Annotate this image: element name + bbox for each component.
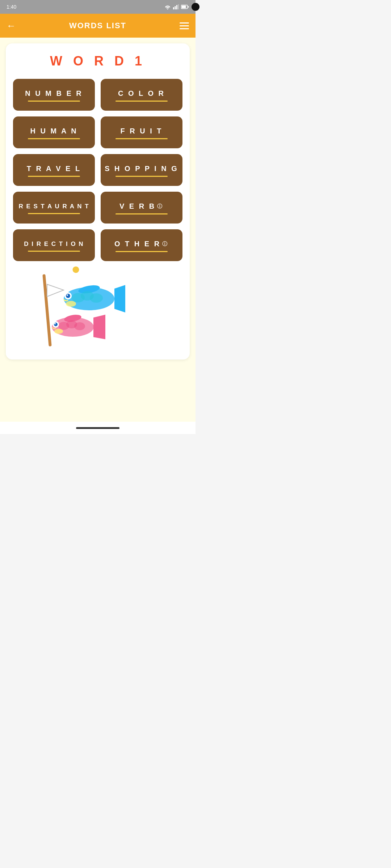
direction-label: D I R E C T I O N — [24, 241, 84, 248]
pink-fish-koinobori — [49, 315, 105, 340]
nav-indicator[interactable] — [76, 427, 119, 429]
status-time: 1:40 — [7, 4, 16, 10]
koinobori-illustration — [13, 274, 182, 346]
svg-point-15 — [66, 294, 70, 298]
human-button[interactable]: H U M A N — [13, 116, 95, 148]
svg-rect-5 — [182, 6, 186, 8]
battery-icon — [181, 5, 189, 9]
fruit-label: F R U I T — [120, 127, 163, 135]
words-grid: N U M B E R C O L O R H U M A N F R U I … — [13, 79, 182, 261]
status-bar: 1:40 — [0, 0, 196, 14]
svg-point-17 — [66, 301, 76, 307]
svg-rect-2 — [176, 5, 177, 9]
svg-marker-9 — [114, 285, 125, 312]
shopping-underline — [115, 176, 168, 177]
human-label: H U M A N — [30, 127, 77, 135]
svg-point-25 — [54, 323, 58, 326]
travel-underline — [28, 176, 80, 177]
blue-fish-koinobori — [60, 285, 125, 314]
verb-underline — [115, 213, 168, 214]
shopping-label: S H O P P I N G — [105, 165, 178, 173]
other-label: O T H E R ⓘ — [114, 240, 169, 248]
svg-point-26 — [54, 323, 56, 324]
restaurant-button[interactable]: R E S T A U R A N T — [13, 192, 95, 224]
svg-point-16 — [67, 294, 68, 296]
signal-icon — [173, 4, 179, 9]
other-underline — [115, 251, 168, 252]
svg-rect-1 — [175, 6, 176, 9]
other-info-icon: ⓘ — [162, 241, 169, 247]
svg-marker-19 — [93, 315, 105, 339]
nav-bar — [0, 422, 196, 434]
restaurant-underline — [28, 213, 80, 214]
number-button[interactable]: N U M B E R — [13, 79, 95, 111]
wifi-icon — [164, 4, 171, 9]
fruit-underline — [115, 138, 168, 139]
shopping-button[interactable]: S H O P P I N G — [101, 154, 182, 186]
travel-button[interactable]: T R A V E L — [13, 154, 95, 186]
verb-label: V E R B ⓘ — [119, 202, 164, 210]
svg-point-23 — [74, 322, 85, 330]
direction-button[interactable]: D I R E C T I O N — [13, 229, 95, 261]
pole-ball — [72, 266, 80, 273]
menu-button[interactable] — [180, 22, 189, 29]
app-bar-title: WORDS LIST — [69, 21, 126, 30]
app-bar: ← WORDS LIST — [0, 14, 196, 38]
verb-button[interactable]: V E R B ⓘ — [101, 192, 182, 224]
color-label: C O L O R — [118, 89, 165, 98]
svg-rect-3 — [178, 4, 179, 9]
main-content: W O R D 1 N U M B E R C O L O R H U M A … — [0, 38, 196, 422]
verb-info-icon: ⓘ — [157, 203, 164, 210]
number-underline — [28, 101, 80, 102]
words-card: W O R D 1 N U M B E R C O L O R H U M A … — [6, 43, 190, 359]
restaurant-label: R E S T A U R A N T — [18, 203, 89, 210]
fruit-button[interactable]: F R U I T — [101, 116, 182, 148]
word-title: W O R D 1 — [13, 54, 182, 69]
other-button[interactable]: O T H E R ⓘ — [101, 229, 182, 261]
color-underline — [115, 101, 168, 102]
travel-label: T R A V E L — [27, 165, 81, 173]
svg-rect-6 — [188, 6, 189, 8]
direction-underline — [28, 251, 80, 252]
back-button[interactable]: ← — [7, 20, 16, 31]
number-label: N U M B E R — [25, 89, 83, 98]
human-underline — [28, 138, 80, 139]
svg-point-13 — [90, 293, 103, 303]
color-button[interactable]: C O L O R — [101, 79, 182, 111]
svg-rect-0 — [173, 7, 174, 9]
status-right-icons — [164, 4, 189, 9]
svg-point-27 — [54, 329, 63, 334]
camera-dot — [192, 3, 196, 11]
